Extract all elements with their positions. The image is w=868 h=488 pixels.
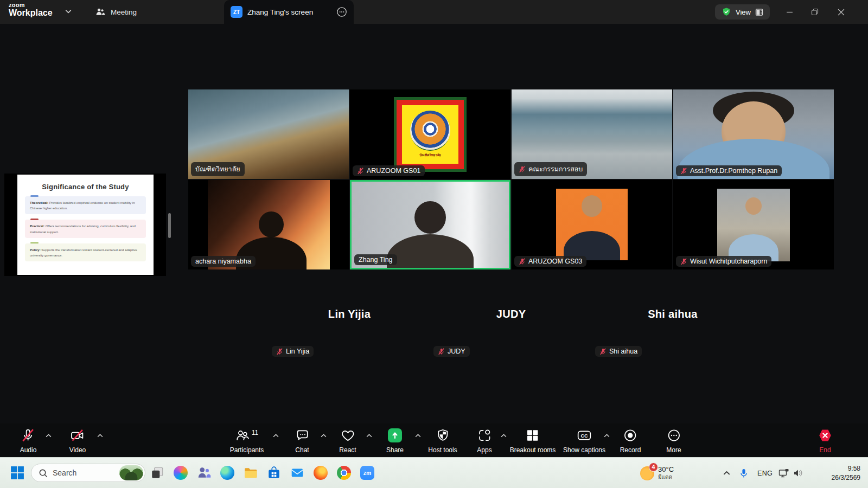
show-captions-button[interactable]: CC Show captions — [563, 428, 605, 454]
audio-label: Audio — [20, 446, 37, 454]
mail-button[interactable] — [286, 462, 308, 484]
meeting-toolbar: Audio Video 11 — [0, 423, 868, 457]
react-button[interactable]: React — [339, 428, 356, 454]
apps-options-chevron[interactable] — [501, 434, 507, 438]
more-button[interactable]: More — [666, 428, 681, 454]
store-button[interactable] — [263, 462, 285, 484]
copilot-button[interactable] — [170, 462, 192, 484]
breakout-rooms-button[interactable]: Breakout rooms — [510, 428, 556, 454]
video-feed-person — [717, 189, 790, 261]
search-placeholder: Search — [53, 468, 76, 477]
audio-options-chevron[interactable] — [46, 434, 52, 438]
zoom-app-button[interactable]: zm — [356, 462, 378, 484]
tab-zhang-ting-screen[interactable]: ZT Zhang Ting's screen — [224, 0, 354, 24]
chat-options-chevron[interactable] — [321, 434, 327, 438]
slide-point-theoretical: Theoretical: Provides localized empirica… — [25, 196, 146, 214]
record-button[interactable]: Record — [620, 428, 641, 454]
layout-view-icon — [755, 8, 763, 16]
share-options-chevron[interactable] — [415, 434, 421, 438]
video-tile[interactable]: Wisut Wichitputcharaporn — [673, 180, 834, 269]
scrollbar-thumb[interactable] — [168, 213, 171, 238]
notification-badge: 4 — [649, 463, 658, 472]
audio-button[interactable]: Audio — [20, 428, 37, 454]
video-tile-no-video[interactable]: Shi aihua Shi aihua — [592, 271, 753, 359]
host-tools-button[interactable]: Host tools — [428, 428, 457, 454]
video-tile[interactable]: Asst.Prof.Dr.Pornthep Rupan — [673, 89, 834, 179]
video-tile[interactable]: achara niyamabha — [188, 180, 349, 269]
video-tile-no-video[interactable]: JUDY JUDY — [431, 271, 591, 359]
participant-name: Lin Yijia — [286, 348, 309, 355]
tab-meeting[interactable]: Meeting — [90, 4, 142, 20]
participants-button[interactable]: 11 Participants — [230, 428, 264, 454]
video-tile-no-video[interactable]: Lin Yijia Lin Yijia — [269, 271, 430, 359]
apps-button[interactable]: Apps — [477, 428, 492, 454]
captions-options-chevron[interactable] — [604, 434, 610, 438]
copilot-icon — [174, 466, 188, 480]
ellipsis-menu-icon[interactable] — [336, 7, 347, 17]
end-label: End — [819, 446, 831, 454]
video-button[interactable]: Video — [69, 428, 86, 454]
video-tile[interactable]: คณะกรรมการสอบ — [512, 89, 672, 179]
accent-dash — [30, 195, 39, 197]
slide-title: Significance of the Study — [17, 183, 154, 191]
breakout-rooms-icon — [526, 428, 540, 442]
video-tile[interactable]: บัณฑิตวิทยาลัย — [188, 89, 349, 179]
teams-button[interactable] — [193, 462, 215, 484]
view-button[interactable]: View — [715, 4, 770, 20]
tray-mic-button[interactable] — [739, 458, 748, 488]
brand-zoom: zoom — [9, 2, 53, 9]
video-tile[interactable]: บัณฑิตวิทยาลัย ARUZOOM GS01 — [350, 89, 510, 179]
chat-button[interactable]: Chat — [295, 428, 309, 454]
chrome-button[interactable] — [333, 462, 355, 484]
muted-mic-icon — [680, 258, 687, 265]
participants-options-chevron[interactable] — [273, 434, 279, 438]
firefox-button[interactable] — [310, 462, 331, 484]
shield-icon — [436, 428, 450, 442]
muted-mic-icon — [680, 168, 687, 175]
svg-text:CC: CC — [580, 433, 588, 439]
end-meeting-button[interactable]: End — [818, 428, 833, 454]
shared-screen-preview[interactable]: Significance of the Study Theoretical: P… — [4, 174, 166, 276]
chevron-down-icon[interactable] — [65, 9, 72, 14]
start-button[interactable] — [7, 462, 28, 484]
sun-icon: 4 — [640, 466, 654, 480]
hidden-icons-button[interactable] — [723, 458, 730, 488]
seal-emblem — [410, 111, 450, 151]
react-label: React — [339, 446, 356, 454]
zoom-workplace-logo: zoom Workplace — [9, 2, 53, 17]
apps-icon — [477, 428, 492, 442]
share-button[interactable]: Share — [386, 428, 404, 454]
brand-workplace: Workplace — [9, 9, 53, 18]
participants-icon — [235, 428, 250, 442]
close-button[interactable] — [828, 0, 853, 24]
language-indicator[interactable]: ENG — [757, 458, 773, 488]
edge-button[interactable] — [216, 462, 238, 484]
video-tile-active-speaker[interactable]: Zhang Ting — [350, 180, 510, 269]
participant-name: ARUZOOM GS01 — [367, 167, 420, 175]
date: 26/3/2569 — [832, 473, 860, 482]
mail-icon — [290, 466, 304, 480]
volume-button[interactable] — [793, 458, 803, 488]
restore-button[interactable] — [802, 0, 827, 24]
windows-taskbar: Search — [0, 457, 868, 488]
file-explorer-button[interactable] — [240, 462, 261, 484]
temperature: 30°C — [658, 465, 674, 474]
people-icon — [95, 7, 106, 17]
task-view-button[interactable] — [146, 462, 168, 484]
video-label: Video — [69, 446, 86, 454]
participant-nametag: บัณฑิตวิทยาลัย — [191, 162, 245, 176]
host-tools-label: Host tools — [428, 446, 457, 454]
bing-daily-image[interactable] — [119, 465, 143, 480]
weather-widget[interactable]: 4 30°C มีแดด — [640, 458, 674, 488]
video-feed-person — [556, 189, 628, 260]
video-options-chevron[interactable] — [97, 434, 103, 438]
search-input[interactable]: Search — [31, 464, 145, 482]
task-view-icon — [150, 466, 164, 480]
clock-widget[interactable]: 9:58 26/3/2569 — [813, 458, 860, 488]
minimize-button[interactable] — [777, 0, 802, 24]
participant-nametag: ARUZOOM GS03 — [514, 256, 586, 267]
react-options-chevron[interactable] — [366, 434, 372, 438]
participant-nametag: ARUZOOM GS01 — [353, 165, 425, 176]
video-tile[interactable]: ARUZOOM GS03 — [512, 180, 672, 269]
network-button[interactable] — [778, 458, 789, 488]
